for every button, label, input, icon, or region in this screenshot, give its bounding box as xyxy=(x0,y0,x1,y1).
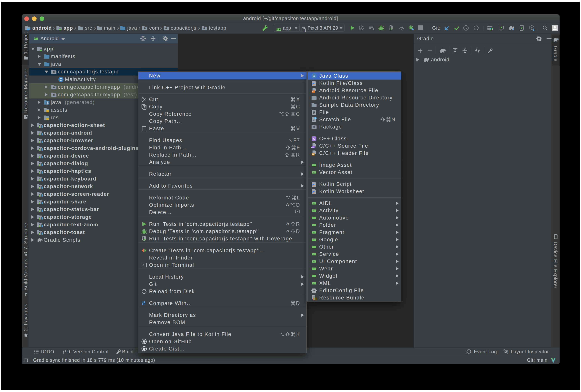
svg-text:A: A xyxy=(360,27,362,30)
